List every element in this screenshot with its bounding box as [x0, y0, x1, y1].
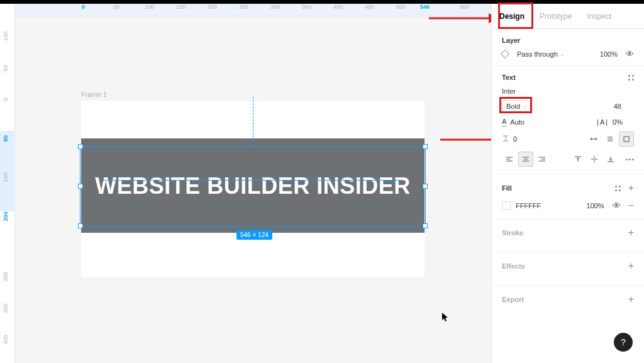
ruler-v-tick: -100 — [3, 33, 9, 43]
panel-tabs: Design Prototype Inspect — [492, 4, 644, 29]
add-effect-button[interactable]: + — [628, 260, 634, 272]
ruler-horizontal[interactable]: 0 50 100 150 200 250 300 350 400 450 500… — [15, 4, 491, 16]
letter-spacing-input[interactable]: 0% — [613, 118, 623, 126]
dimensions-badge: 546 × 124 — [236, 230, 272, 240]
svg-point-24 — [615, 204, 618, 206]
text-content[interactable]: WEBSITE BUILDER INSIDER — [95, 172, 411, 200]
visibility-toggle-icon[interactable] — [625, 50, 634, 58]
section-text: Text Inter Bold⌄ 48 A Auto |A| 0% — [492, 66, 644, 175]
font-family-dropdown[interactable]: Inter — [502, 87, 516, 95]
layer-opacity[interactable]: 100% — [600, 50, 618, 58]
style-picker-icon[interactable] — [615, 186, 621, 191]
font-weight-value: Bold — [506, 103, 520, 110]
ruler-h-tick: 300 — [270, 4, 280, 10]
section-title-stroke: Stroke — [502, 229, 523, 237]
ruler-h-tick: 150 — [176, 4, 186, 10]
fill-hex[interactable]: FFFFFF — [516, 202, 541, 209]
guide-horizontal — [103, 180, 402, 181]
line-height-input[interactable]: Auto — [510, 118, 525, 126]
section-title-export: Export — [502, 296, 524, 303]
svg-rect-11 — [624, 137, 629, 142]
cursor-icon — [441, 312, 450, 324]
section-effects: Effects + — [492, 253, 644, 286]
align-middle-icon[interactable] — [587, 152, 602, 167]
text-layer-bg[interactable]: WEBSITE BUILDER INSIDER — [81, 138, 425, 233]
font-family-value: Inter — [502, 87, 516, 95]
section-layer: Layer Pass through⌄ 100% — [492, 29, 644, 66]
tab-design[interactable]: Design — [492, 4, 532, 29]
ruler-h-tick: 500 — [396, 4, 406, 10]
remove-fill-button[interactable]: − — [628, 200, 634, 211]
letter-spacing-icon: |A| — [597, 118, 609, 126]
ruler-v-tick: 400 — [3, 335, 9, 345]
paragraph-spacing-input[interactable]: 0 — [513, 135, 517, 143]
section-title-layer: Layer — [502, 36, 634, 44]
text-options-icon[interactable] — [626, 159, 634, 160]
tab-prototype[interactable]: Prototype — [532, 4, 579, 29]
section-stroke: Stroke + — [492, 220, 644, 253]
section-title-effects: Effects — [502, 262, 525, 270]
canvas[interactable]: Frame 1 WEBSITE BUILDER INSIDER 546 × 12… — [15, 16, 491, 363]
ruler-h-tick: 400 — [333, 4, 343, 10]
help-button[interactable]: ? — [614, 333, 633, 352]
font-size-input[interactable]: 48 — [614, 103, 621, 110]
resize-auto-height-icon[interactable] — [602, 131, 618, 147]
align-top-icon[interactable] — [570, 152, 586, 167]
ruler-v-tick: 150 — [3, 172, 9, 182]
visibility-toggle-icon[interactable] — [612, 202, 621, 209]
align-left-icon[interactable] — [502, 152, 517, 167]
ruler-v-tick: 350 — [3, 303, 9, 313]
ruler-v-tick: 0 — [3, 94, 9, 104]
align-bottom-icon[interactable] — [603, 152, 618, 167]
style-picker-icon[interactable] — [628, 75, 634, 81]
ruler-h-tick: 200 — [208, 4, 217, 10]
help-icon: ? — [621, 337, 626, 347]
ruler-h-tick: 0 — [82, 4, 85, 10]
add-export-button[interactable]: + — [628, 294, 634, 305]
section-title-text: Text — [502, 74, 516, 81]
section-fill: Fill + FFFFFF 100% − — [492, 175, 644, 220]
frame-label[interactable]: Frame 1 — [81, 91, 107, 98]
add-fill-button[interactable]: + — [628, 182, 634, 194]
tab-inspect[interactable]: Inspect — [579, 4, 619, 29]
ruler-h-tick: 450 — [365, 4, 374, 10]
align-right-icon[interactable] — [535, 152, 550, 167]
blend-mode-value: Pass through — [517, 50, 558, 58]
section-export: Export + — [492, 286, 644, 319]
guide-vertical — [253, 97, 253, 147]
ruler-vertical[interactable]: -100 -50 0 80 150 204 300 350 400 — [0, 4, 15, 363]
section-title-fill: Fill — [502, 184, 512, 192]
resize-auto-width-icon[interactable] — [586, 131, 601, 147]
blend-mode-icon — [501, 50, 509, 59]
annotation-arrow — [429, 10, 498, 26]
line-height-icon: A — [502, 118, 506, 126]
paragraph-spacing-icon — [502, 135, 509, 143]
ruler-h-tick: 100 — [145, 4, 154, 10]
align-center-icon[interactable] — [518, 152, 533, 167]
ruler-h-tick: 600 — [460, 4, 469, 10]
ruler-h-tick-sel: 546 — [420, 4, 430, 10]
ruler-v-tick: -50 — [3, 64, 9, 74]
fill-swatch[interactable] — [502, 201, 511, 210]
ruler-v-tick: 300 — [3, 272, 9, 282]
ruler-v-tick-sel: 80 — [3, 133, 9, 143]
fill-opacity[interactable]: 100% — [587, 202, 604, 209]
resize-fixed-icon[interactable] — [619, 131, 634, 147]
ruler-h-tick: 350 — [302, 4, 311, 10]
font-weight-dropdown[interactable]: Bold⌄ — [502, 100, 531, 113]
ruler-h-tick: 50 — [113, 4, 119, 10]
ruler-v-tick-sel: 204 — [3, 211, 9, 221]
properties-panel: Design Prototype Inspect Layer Pass thro… — [491, 4, 644, 363]
add-stroke-button[interactable]: + — [628, 227, 634, 238]
svg-point-4 — [628, 52, 631, 55]
blend-mode-dropdown[interactable]: Pass through⌄ — [517, 50, 565, 58]
ruler-h-tick: 250 — [239, 4, 248, 10]
